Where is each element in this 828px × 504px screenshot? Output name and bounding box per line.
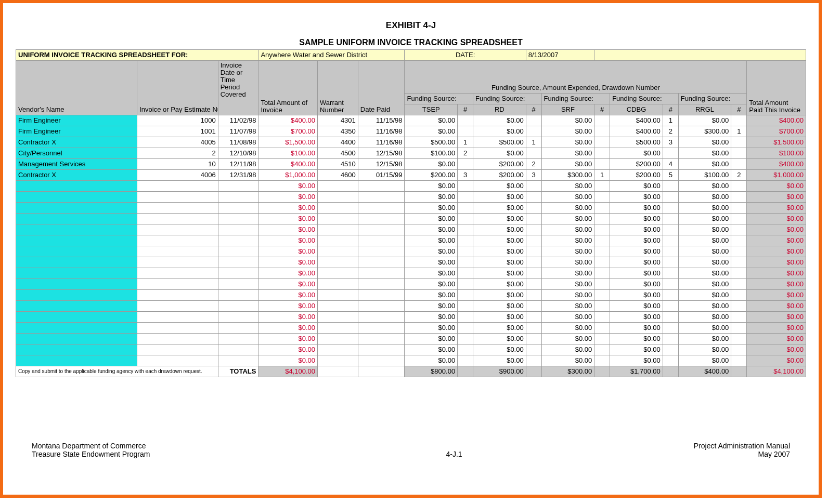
cell-inv[interactable] xyxy=(137,235,218,246)
cell-total[interactable]: $0.00 xyxy=(258,312,318,323)
cell-srf-num[interactable] xyxy=(594,290,610,301)
cell-paid[interactable] xyxy=(358,290,405,301)
cell-cdbg-num[interactable] xyxy=(663,235,678,246)
cell-tsep-num[interactable] xyxy=(458,301,473,312)
cell-rrgl[interactable]: $0.00 xyxy=(678,344,731,355)
cell-paid[interactable]: 11/16/98 xyxy=(358,126,405,137)
cell-rd-num[interactable] xyxy=(526,148,541,159)
cell-tsep-num[interactable] xyxy=(458,181,473,192)
cell-inv[interactable] xyxy=(137,344,218,355)
cell-rrgl[interactable]: $0.00 xyxy=(678,290,731,301)
cell-cdbg-num[interactable] xyxy=(663,279,678,290)
cell-vendor[interactable] xyxy=(16,323,137,334)
cell-vendor[interactable]: City/Personnel xyxy=(16,148,137,159)
cell-srf[interactable]: $0.00 xyxy=(541,192,594,203)
cell-tsep[interactable]: $0.00 xyxy=(405,235,458,246)
cell-total[interactable]: $0.00 xyxy=(258,355,318,366)
cell-rd[interactable]: $0.00 xyxy=(473,148,526,159)
cell-vendor[interactable] xyxy=(16,301,137,312)
cell-srf-num[interactable] xyxy=(594,126,610,137)
cell-tsep-num[interactable] xyxy=(458,355,473,366)
cell-srf[interactable]: $0.00 xyxy=(541,181,594,192)
cell-date[interactable] xyxy=(218,344,258,355)
cell-warrant[interactable] xyxy=(318,268,358,279)
cell-cdbg-num[interactable]: 3 xyxy=(663,137,678,148)
cell-rd-num[interactable] xyxy=(526,246,541,257)
cell-date[interactable]: 12/31/98 xyxy=(218,170,258,181)
cell-tsep[interactable]: $0.00 xyxy=(405,192,458,203)
cell-tsep-num[interactable] xyxy=(458,279,473,290)
cell-inv[interactable]: 1000 xyxy=(137,115,218,126)
cell-rd[interactable]: $0.00 xyxy=(473,246,526,257)
cell-rd-num[interactable] xyxy=(526,192,541,203)
cell-rrgl[interactable]: $0.00 xyxy=(678,355,731,366)
cell-date[interactable]: 12/11/98 xyxy=(218,159,258,170)
cell-paid[interactable]: 11/16/98 xyxy=(358,137,405,148)
cell-rrgl[interactable]: $0.00 xyxy=(678,246,731,257)
cell-rrgl[interactable]: $0.00 xyxy=(678,279,731,290)
cell-cdbg[interactable]: $0.00 xyxy=(610,312,663,323)
cell-cdbg-num[interactable] xyxy=(663,257,678,268)
cell-warrant[interactable] xyxy=(318,344,358,355)
cell-srf-num[interactable] xyxy=(594,344,610,355)
cell-rrgl-num[interactable] xyxy=(731,115,747,126)
cell-date[interactable] xyxy=(218,355,258,366)
cell-paid[interactable] xyxy=(358,235,405,246)
cell-paid[interactable] xyxy=(358,181,405,192)
cell-srf[interactable]: $0.00 xyxy=(541,344,594,355)
cell-srf[interactable]: $0.00 xyxy=(541,224,594,235)
cell-cdbg[interactable]: $0.00 xyxy=(610,203,663,214)
cell-inv[interactable]: 4006 xyxy=(137,170,218,181)
cell-srf[interactable]: $0.00 xyxy=(541,257,594,268)
cell-srf-num[interactable] xyxy=(594,323,610,334)
cell-total-paid[interactable]: $0.00 xyxy=(747,181,806,192)
cell-vendor[interactable] xyxy=(16,257,137,268)
cell-warrant[interactable] xyxy=(318,181,358,192)
cell-rd[interactable]: $0.00 xyxy=(473,115,526,126)
cell-srf-num[interactable] xyxy=(594,257,610,268)
cell-srf-num[interactable] xyxy=(594,246,610,257)
cell-total-paid[interactable]: $0.00 xyxy=(747,279,806,290)
cell-tsep-num[interactable] xyxy=(458,290,473,301)
cell-tsep[interactable]: $0.00 xyxy=(405,268,458,279)
cell-tsep[interactable]: $0.00 xyxy=(405,279,458,290)
cell-inv[interactable] xyxy=(137,192,218,203)
cell-rrgl-num[interactable]: 2 xyxy=(731,170,747,181)
cell-tsep[interactable]: $200.00 xyxy=(405,170,458,181)
cell-srf[interactable]: $0.00 xyxy=(541,279,594,290)
cell-srf-num[interactable] xyxy=(594,235,610,246)
cell-date[interactable] xyxy=(218,214,258,224)
cell-srf[interactable]: $0.00 xyxy=(541,246,594,257)
cell-rd[interactable]: $0.00 xyxy=(473,355,526,366)
cell-total[interactable]: $0.00 xyxy=(258,301,318,312)
cell-total-paid[interactable]: $0.00 xyxy=(747,355,806,366)
cell-rd-num[interactable] xyxy=(526,344,541,355)
cell-cdbg-num[interactable] xyxy=(663,268,678,279)
cell-cdbg-num[interactable] xyxy=(663,246,678,257)
cell-cdbg[interactable]: $400.00 xyxy=(610,126,663,137)
cell-warrant[interactable]: 4350 xyxy=(318,126,358,137)
cell-srf-num[interactable] xyxy=(594,268,610,279)
cell-total-paid[interactable]: $0.00 xyxy=(747,344,806,355)
cell-rrgl-num[interactable] xyxy=(731,159,747,170)
cell-date[interactable] xyxy=(218,279,258,290)
cell-inv[interactable] xyxy=(137,257,218,268)
cell-date[interactable]: 11/02/98 xyxy=(218,115,258,126)
cell-vendor[interactable] xyxy=(16,181,137,192)
cell-srf-num[interactable] xyxy=(594,355,610,366)
cell-inv[interactable] xyxy=(137,268,218,279)
cell-warrant[interactable] xyxy=(318,290,358,301)
cell-rrgl[interactable]: $100.00 xyxy=(678,170,731,181)
cell-warrant[interactable] xyxy=(318,192,358,203)
cell-tsep-num[interactable]: 3 xyxy=(458,170,473,181)
cell-srf-num[interactable]: 1 xyxy=(594,170,610,181)
cell-rrgl[interactable]: $0.00 xyxy=(678,115,731,126)
cell-rrgl[interactable]: $0.00 xyxy=(678,268,731,279)
cell-vendor[interactable] xyxy=(16,235,137,246)
cell-paid[interactable] xyxy=(358,257,405,268)
cell-vendor[interactable] xyxy=(16,246,137,257)
cell-vendor[interactable] xyxy=(16,203,137,214)
cell-srf[interactable]: $0.00 xyxy=(541,268,594,279)
cell-rrgl[interactable]: $0.00 xyxy=(678,203,731,214)
cell-date[interactable]: 11/08/98 xyxy=(218,137,258,148)
